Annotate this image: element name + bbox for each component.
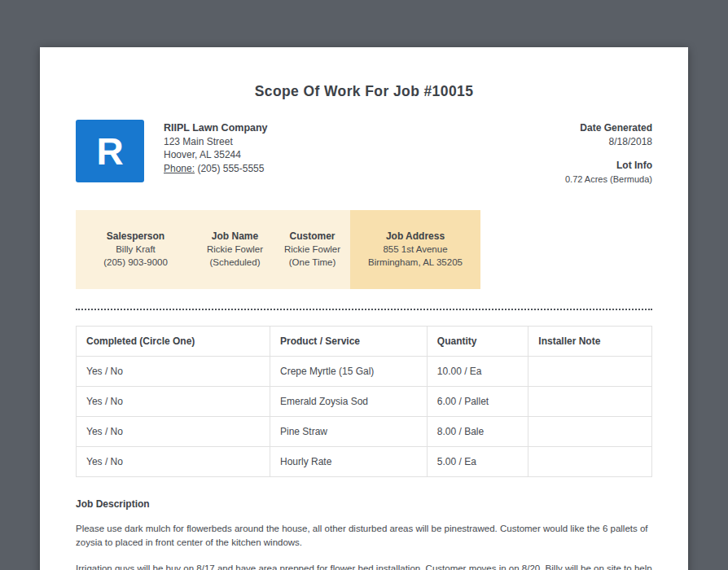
job-description-paragraph: Irrigation guys will be buy on 8/17 and …	[76, 562, 652, 570]
product-cell: Emerald Zoysia Sod	[270, 387, 428, 417]
job-description-paragraph: Please use dark mulch for flowerbeds aro…	[76, 522, 652, 550]
customer-label: Customer	[274, 230, 350, 243]
job-name-status: (Scheduled)	[195, 256, 274, 269]
document-meta: Date Generated 8/18/2018 Lot Info 0.72 A…	[565, 120, 652, 186]
scope-table-body: Yes / No Crepe Myrtle (15 Gal) 10.00 / E…	[77, 357, 652, 477]
job-address-line2: Birmingham, AL 35205	[350, 256, 480, 269]
completed-cell: Yes / No	[77, 387, 270, 417]
company-address-line2: Hoover, AL 35244	[164, 148, 268, 162]
completed-cell: Yes / No	[77, 417, 270, 447]
customer-type: (One Time)	[274, 256, 350, 269]
quantity-cell: 8.00 / Bale	[427, 417, 528, 447]
job-address-line1: 855 1st Avenue	[350, 243, 480, 256]
page-title: Scope Of Work For Job #10015	[76, 83, 652, 100]
document-header: R RIIPL Lawn Company 123 Main Street Hoo…	[76, 120, 652, 186]
summary-col-job-address: Job Address 855 1st Avenue Birmingham, A…	[350, 210, 480, 289]
column-header-completed: Completed (Circle One)	[77, 327, 270, 357]
company-logo: R	[76, 120, 144, 182]
table-row: Yes / No Pine Straw 8.00 / Bale	[77, 417, 652, 447]
phone-number: (205) 555-5555	[197, 163, 264, 174]
company-info: RIIPL Lawn Company 123 Main Street Hoove…	[164, 120, 268, 175]
installer-note-cell	[528, 447, 652, 477]
product-cell: Pine Straw	[270, 417, 428, 447]
phone-label: Phone:	[164, 163, 195, 174]
job-description-heading: Job Description	[76, 498, 652, 510]
date-generated-label: Date Generated	[565, 121, 652, 135]
dashed-divider	[76, 309, 652, 310]
summary-col-customer: Customer Rickie Fowler (One Time)	[274, 210, 350, 289]
completed-cell: Yes / No	[77, 447, 270, 477]
table-row: Yes / No Hourly Rate 5.00 / Ea	[77, 447, 652, 477]
job-description-section: Job Description Please use dark mulch fo…	[76, 498, 652, 570]
customer-name: Rickie Fowler	[274, 243, 350, 256]
salesperson-phone: (205) 903-9000	[76, 256, 195, 269]
quantity-cell: 5.00 / Ea	[427, 447, 528, 477]
column-header-product: Product / Service	[270, 327, 428, 357]
installer-note-cell	[528, 357, 652, 387]
scope-table: Completed (Circle One) Product / Service…	[76, 326, 652, 477]
logo-letter: R	[96, 133, 123, 170]
job-address-label: Job Address	[350, 230, 480, 243]
product-cell: Hourly Rate	[270, 447, 428, 477]
lot-info-value: 0.72 Acres (Bermuda)	[565, 173, 652, 186]
pdf-viewer-background: Scope Of Work For Job #10015 R RIIPL Law…	[0, 0, 728, 570]
column-header-quantity: Quantity	[427, 327, 528, 357]
summary-col-salesperson: Salesperson Billy Kraft (205) 903-9000	[76, 210, 195, 289]
header-row: Completed (Circle One) Product / Service…	[77, 327, 652, 357]
salesperson-label: Salesperson	[76, 230, 195, 243]
installer-note-cell	[528, 417, 652, 447]
company-address-line1: 123 Main Street	[164, 135, 268, 149]
quantity-cell: 10.00 / Ea	[427, 357, 528, 387]
company-phone: Phone: (205) 555-5555	[164, 162, 268, 176]
job-summary-band: Salesperson Billy Kraft (205) 903-9000 J…	[76, 210, 652, 289]
lot-info-label: Lot Info	[565, 159, 652, 173]
completed-cell: Yes / No	[77, 357, 270, 387]
column-header-installer-note: Installer Note	[528, 327, 652, 357]
product-cell: Crepe Myrtle (15 Gal)	[270, 357, 428, 387]
job-name-label: Job Name	[195, 230, 274, 243]
date-generated-value: 8/18/2018	[565, 135, 652, 149]
table-row: Yes / No Crepe Myrtle (15 Gal) 10.00 / E…	[77, 357, 652, 387]
table-row: Yes / No Emerald Zoysia Sod 6.00 / Palle…	[77, 387, 652, 417]
salesperson-name: Billy Kraft	[76, 243, 195, 256]
document-page: Scope Of Work For Job #10015 R RIIPL Law…	[40, 47, 688, 570]
installer-note-cell	[528, 387, 652, 417]
company-name: RIIPL Lawn Company	[164, 121, 268, 135]
scope-table-head: Completed (Circle One) Product / Service…	[77, 327, 652, 357]
quantity-cell: 6.00 / Pallet	[427, 387, 528, 417]
summary-col-job-name: Job Name Rickie Fowler (Scheduled)	[195, 210, 274, 289]
job-name-value: Rickie Fowler	[195, 243, 274, 256]
